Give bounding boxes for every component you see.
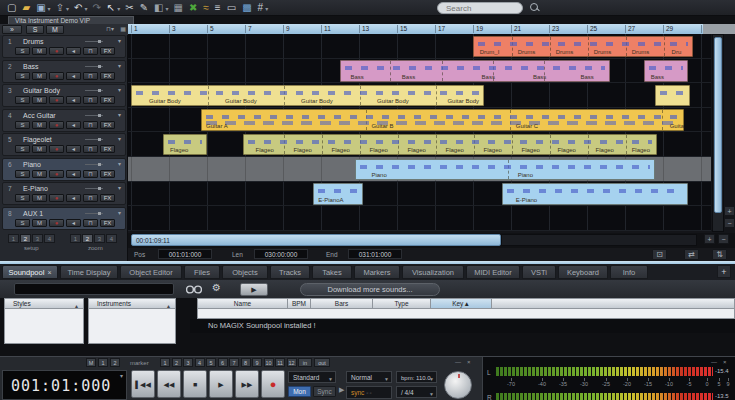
tab-object-editor[interactable]: Object Editor xyxy=(120,265,182,279)
playback-mode-select[interactable]: Standard▼ xyxy=(288,371,336,383)
marker-out-button[interactable]: out xyxy=(314,358,330,367)
track-solo-button[interactable]: S xyxy=(15,145,30,153)
sounds-table-body[interactable] xyxy=(197,309,735,319)
skip-start-button[interactable]: ▌◀◀ xyxy=(131,370,155,398)
marker-quick-1[interactable]: 1 xyxy=(98,358,108,367)
track-monitor-button[interactable] xyxy=(66,72,81,80)
search-box[interactable] xyxy=(437,2,523,14)
track-volume-fader[interactable] xyxy=(85,213,103,214)
clip[interactable]: E-PianoA xyxy=(313,183,362,205)
track-mute-button[interactable]: M xyxy=(32,194,47,202)
soundpool-play-button[interactable]: ▶ xyxy=(240,283,268,296)
track-mute-button[interactable]: M xyxy=(32,219,47,227)
track-record-arm-button[interactable] xyxy=(49,96,64,104)
fullscreen-icon[interactable]: ⊡ xyxy=(652,249,667,260)
styles-header[interactable]: Styles▲ xyxy=(4,298,84,309)
len-value[interactable]: 030:00:000 xyxy=(254,249,308,259)
setup-preset-4[interactable]: 4 xyxy=(44,234,55,243)
meter-close-icon[interactable]: × xyxy=(723,359,727,365)
soundpool-search-box[interactable] xyxy=(14,283,174,295)
arrow-tool-icon[interactable]: ↖ xyxy=(107,0,115,15)
sort-asc-icon[interactable]: ▲ xyxy=(463,300,469,307)
tab-markers[interactable]: Markers xyxy=(354,265,400,279)
image-icon[interactable]: ▩ xyxy=(242,0,251,15)
track-lock-button[interactable] xyxy=(83,219,98,227)
marker-12-button[interactable]: 12 xyxy=(287,358,297,367)
track-solo-button[interactable]: S xyxy=(15,121,30,129)
monitor-toggle-button[interactable]: Mon xyxy=(288,386,311,397)
record-button[interactable]: ● xyxy=(261,370,285,398)
track-header-guitar-body[interactable]: 3Guitar Body▾SMFX xyxy=(2,84,126,107)
preview-speaker-icon[interactable]: ◧ xyxy=(154,0,163,15)
track-monitor-button[interactable] xyxy=(66,47,81,55)
track-lock-button[interactable] xyxy=(83,194,98,202)
save-icon[interactable]: ▣ xyxy=(36,0,45,15)
marker-8-button[interactable]: 8 xyxy=(241,358,251,367)
play-button[interactable]: ▶ xyxy=(209,370,233,398)
track-lock-button[interactable] xyxy=(83,96,98,104)
sort-asc-icon[interactable]: ▲ xyxy=(74,301,79,311)
export-dropdown-icon[interactable]: ▾ xyxy=(66,6,69,12)
marker-6-button[interactable]: 6 xyxy=(218,358,228,367)
arrow-tool-dropdown-icon[interactable]: ▾ xyxy=(117,6,120,12)
zoom-in-vertical-button[interactable]: + xyxy=(724,206,735,216)
setup-preset-3[interactable]: 3 xyxy=(32,234,43,243)
zoom-in-horizontal-button[interactable]: + xyxy=(704,234,715,244)
pos-value[interactable]: 001:01:000 xyxy=(158,249,212,259)
track-menu-dropdown-icon[interactable]: ▾ xyxy=(118,135,121,142)
grid-select-dropdown-icon[interactable]: ▾ xyxy=(265,6,268,12)
volume-knob[interactable] xyxy=(444,371,472,399)
arrange-canvas[interactable]: 135791113151719212325272931 Drum_IDrumsD… xyxy=(128,24,735,232)
tab-vsti[interactable]: VSTi xyxy=(522,265,556,279)
timecode-dropdown-icon[interactable]: ▾ xyxy=(120,372,123,379)
tab-visualization[interactable]: Visualization xyxy=(402,265,464,279)
draw-tool-icon[interactable]: ✎ xyxy=(140,0,148,15)
soundpool-search-input[interactable] xyxy=(19,284,169,294)
track-header-bass[interactable]: 2Bass▾SMFX xyxy=(2,60,126,83)
column-header-type[interactable]: Type xyxy=(373,298,431,309)
scroll-mode-icon[interactable]: ⇅ xyxy=(712,249,727,260)
zoom-preset-2[interactable]: 2 xyxy=(82,234,93,243)
undo-dropdown-icon[interactable]: ▾ xyxy=(84,6,87,12)
track-monitor-button[interactable] xyxy=(66,194,81,202)
track-record-arm-button[interactable] xyxy=(49,170,64,178)
clip[interactable]: Bass xyxy=(644,60,688,82)
track-header-piano[interactable]: 6Piano▾SMFX xyxy=(2,158,126,181)
panel-lock-icon[interactable]: ⊓▾ xyxy=(106,25,114,32)
wave-icon[interactable]: ≈ xyxy=(203,0,209,15)
tab-time-display[interactable]: Time Display xyxy=(60,265,118,279)
track-volume-fader[interactable] xyxy=(85,90,103,91)
tab-soundpool[interactable]: Soundpool× xyxy=(2,265,58,279)
instruments-header[interactable]: Instruments▲ xyxy=(88,298,176,309)
clip[interactable]: Drum_IDrumsDrumsDrumsDrumsDru xyxy=(473,36,693,58)
track-solo-button[interactable]: S xyxy=(15,47,30,55)
track-header-flageolet[interactable]: 5Flageolet▾SMFX xyxy=(2,133,126,156)
track-menu-dropdown-icon[interactable]: ▾ xyxy=(118,111,121,118)
clip[interactable]: E-Piano xyxy=(502,183,688,205)
loop-range-icon[interactable]: ⇄ xyxy=(684,249,699,260)
track-lock-button[interactable] xyxy=(83,72,98,80)
styles-list[interactable] xyxy=(4,309,84,344)
transport-minimize-icon[interactable]: — xyxy=(455,359,461,365)
marker-10-button[interactable]: 10 xyxy=(264,358,274,367)
download-sounds-button[interactable]: Download more sounds... xyxy=(300,283,440,296)
clip[interactable]: FlageoFlageoFlageoFlageoFlageoFlageoFlag… xyxy=(243,134,657,156)
track-monitor-button[interactable] xyxy=(66,96,81,104)
track-header-acc-guitar[interactable]: 4Acc Guitar▾SMFX xyxy=(2,109,126,132)
track-solo-button[interactable]: S xyxy=(15,96,30,104)
track-name[interactable]: Flageolet xyxy=(23,136,52,143)
track-mute-button[interactable]: M xyxy=(32,170,47,178)
meter-minimize-icon[interactable]: — xyxy=(711,359,717,365)
track-fx-button[interactable]: FX xyxy=(100,145,115,153)
track-name[interactable]: Acc Guitar xyxy=(23,112,56,119)
clip[interactable]: PianoPiano xyxy=(355,159,655,181)
marker-7-button[interactable]: 7 xyxy=(229,358,239,367)
track-solo-button[interactable]: S xyxy=(15,72,30,80)
preview-speaker-dropdown-icon[interactable]: ▾ xyxy=(165,6,168,12)
cut-tool-icon[interactable]: ✂ xyxy=(125,0,133,15)
track-mute-button[interactable]: M xyxy=(32,96,47,104)
track-menu-dropdown-icon[interactable]: ▾ xyxy=(118,184,121,191)
track-name[interactable]: AUX 1 xyxy=(23,210,43,217)
redo-icon[interactable]: ↷ xyxy=(92,0,100,15)
track-monitor-button[interactable] xyxy=(66,170,81,178)
